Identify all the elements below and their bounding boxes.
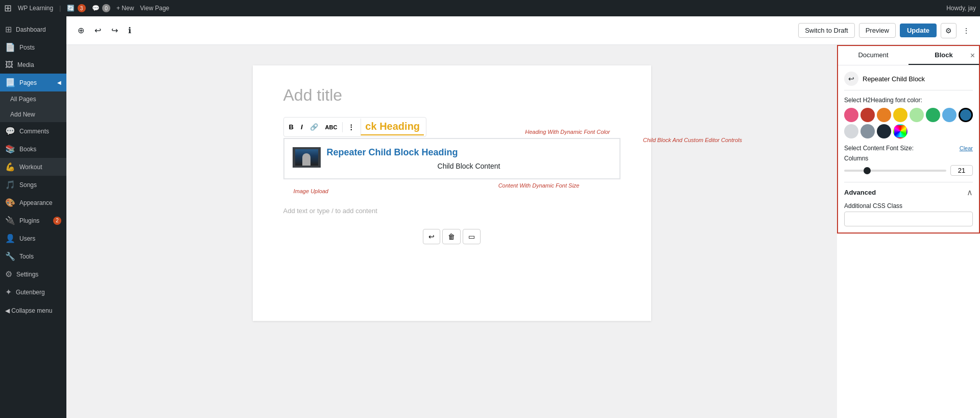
tab-block[interactable]: Block — [909, 46, 979, 65]
admin-bar-view-page[interactable]: View Page — [140, 5, 169, 12]
color-swatch-light-green[interactable] — [910, 108, 924, 122]
admin-bar-updates[interactable]: 🔄 3 — [67, 4, 85, 12]
clear-button[interactable]: Clear — [960, 145, 973, 151]
collapse-menu[interactable]: ◀ Collapse menu — [0, 301, 66, 320]
sidebar-item-comments[interactable]: 💬 Comments — [0, 122, 66, 140]
tab-document[interactable]: Document — [838, 46, 909, 65]
advanced-section: Advanced ∧ Additional CSS Class — [844, 182, 973, 226]
sidebar-item-plugins[interactable]: 🔌 Plugins 2 — [0, 212, 66, 229]
sidebar-item-label: Users — [19, 235, 35, 242]
italic-button[interactable]: I — [298, 121, 306, 133]
font-size-header: Select Content Font Size: Clear — [844, 145, 973, 152]
sidebar-item-users[interactable]: 👤 Users — [0, 229, 66, 247]
color-swatch-dark[interactable] — [877, 124, 891, 138]
settings-button[interactable]: ⚙ — [941, 23, 957, 38]
css-class-input[interactable] — [844, 212, 973, 226]
sidebar-item-dashboard[interactable]: ⊞ Dashboard — [0, 20, 66, 38]
font-size-label: Select Content Font Size: — [844, 145, 914, 152]
color-swatch-light-gray[interactable] — [844, 124, 858, 138]
align-icon: ▭ — [468, 233, 475, 241]
color-swatch-multi[interactable] — [893, 124, 907, 138]
sidebar-item-workout[interactable]: 💪 Workout — [0, 158, 66, 176]
sidebar-item-label: Media — [17, 61, 34, 68]
link-button[interactable]: 🔗 — [307, 121, 321, 133]
heading-preview: ck Heading — [361, 119, 424, 135]
switch-to-draft-button[interactable]: Switch to Draft — [798, 23, 855, 38]
info-button[interactable]: ℹ — [125, 22, 134, 38]
sidebar-item-settings[interactable]: ⚙ Settings — [0, 265, 66, 283]
sidebar-item-add-new[interactable]: Add New — [0, 107, 66, 122]
redo-button[interactable]: ↪ — [108, 22, 121, 38]
columns-slider[interactable] — [844, 170, 946, 172]
sidebar-item-tools[interactable]: 🔧 Tools — [0, 247, 66, 265]
toolbar-right: Switch to Draft Preview Update ⚙ ⋮ — [798, 23, 972, 38]
strikethrough-button[interactable]: ABC — [322, 122, 341, 132]
right-panel: Document Block × ↩ Repeater Child Block … — [837, 45, 980, 234]
repeater-block[interactable]: Repeater Child Block Heading Child Block… — [283, 138, 620, 179]
admin-bar-comments[interactable]: 💬 0 — [92, 4, 110, 12]
color-swatch-pink[interactable] — [844, 108, 858, 122]
pages-collapse-arrow: ◀ — [57, 80, 61, 85]
sidebar-item-media[interactable]: 🖼 Media — [0, 56, 66, 74]
update-button[interactable]: Update — [900, 24, 937, 37]
collapse-label: Collapse menu — [11, 307, 52, 314]
color-swatch-gray[interactable] — [861, 124, 875, 138]
admin-bar-new[interactable]: + New — [116, 5, 134, 12]
color-swatch-blue[interactable] — [942, 108, 957, 122]
editor-toolbar: ⊕ ↩ ↪ ℹ Switch to Draft Preview Update ⚙… — [66, 16, 980, 45]
admin-bar-howdy: Howdy, jay — [946, 5, 976, 12]
block-heading[interactable]: Repeater Child Block Heading — [327, 147, 611, 158]
color-swatch-green[interactable] — [926, 108, 940, 122]
sidebar-item-label: Workout — [19, 164, 42, 171]
redo-icon: ↪ — [111, 26, 118, 35]
updates-count: 3 — [78, 4, 86, 12]
add-content-area[interactable]: Add text or type / to add content — [283, 201, 620, 221]
sidebar-item-appearance[interactable]: 🎨 Appearance — [0, 194, 66, 212]
editor-body: Add title B I 🔗 ABC ⋮ ck Heading — [66, 45, 980, 418]
panel-tabs: Document Block × — [838, 46, 979, 65]
columns-value-input[interactable] — [950, 165, 973, 176]
annotations-row: Image Upload — [283, 185, 620, 201]
link-icon: 🔗 — [310, 123, 318, 131]
sidebar-item-books[interactable]: 📚 Books — [0, 140, 66, 158]
color-swatch-yellow[interactable] — [893, 108, 907, 122]
sidebar-item-label: Comments — [19, 128, 49, 135]
plugins-badge: 2 — [53, 217, 61, 225]
page-title-placeholder[interactable]: Add title — [283, 86, 620, 105]
more-options-block-button[interactable]: ⋮ — [345, 121, 357, 133]
sidebar-item-posts[interactable]: 📄 Posts — [0, 38, 66, 56]
block-image[interactable] — [293, 147, 321, 168]
annotation-heading-color: Heading With Dynamic Font Color — [525, 129, 610, 135]
collapse-icon: ◀ — [5, 307, 10, 314]
panel-close-button[interactable]: × — [970, 52, 975, 60]
css-class-label: Additional CSS Class — [844, 202, 973, 210]
color-swatch-red[interactable] — [861, 108, 875, 122]
more-options-button[interactable]: ⋮ — [961, 24, 972, 38]
bold-button[interactable]: B — [286, 121, 297, 133]
undo-button[interactable]: ↩ — [91, 22, 104, 38]
color-palette — [844, 108, 973, 138]
block-icon: ↩ — [844, 72, 858, 86]
color-swatch-orange[interactable] — [877, 108, 891, 122]
add-block-button[interactable]: ⊕ — [75, 22, 87, 38]
comments-count: 0 — [102, 4, 110, 12]
figure-shape — [302, 153, 310, 166]
preview-button[interactable]: Preview — [859, 23, 896, 38]
sidebar-item-pages[interactable]: 📃 Pages ◀ — [0, 74, 66, 91]
color-swatch-selected-blue[interactable] — [959, 108, 973, 122]
sidebar-item-gutenberg[interactable]: ✦ Gutenberg — [0, 283, 66, 301]
admin-bar: ⊞ WP Learning | 🔄 3 💬 0 + New View Page … — [0, 0, 980, 16]
books-icon: 📚 — [5, 144, 15, 154]
delete-block-button[interactable]: 🗑 — [442, 229, 461, 244]
add-new-label: Add New — [10, 111, 35, 118]
panel-content: ↩ Repeater Child Block Select H2Heading … — [838, 65, 979, 233]
pages-icon: 📃 — [5, 78, 15, 87]
reset-block-button[interactable]: ↩ — [423, 229, 440, 244]
align-block-button[interactable]: ▭ — [463, 229, 481, 244]
sidebar-item-all-pages[interactable]: All Pages — [0, 91, 66, 107]
info-icon: ℹ — [128, 26, 131, 35]
block-body[interactable]: Child Block Content — [327, 162, 611, 170]
sidebar-item-songs[interactable]: 🎵 Songs — [0, 176, 66, 194]
admin-bar-site-name[interactable]: WP Learning — [18, 5, 53, 12]
advanced-header[interactable]: Advanced ∧ — [844, 182, 973, 202]
